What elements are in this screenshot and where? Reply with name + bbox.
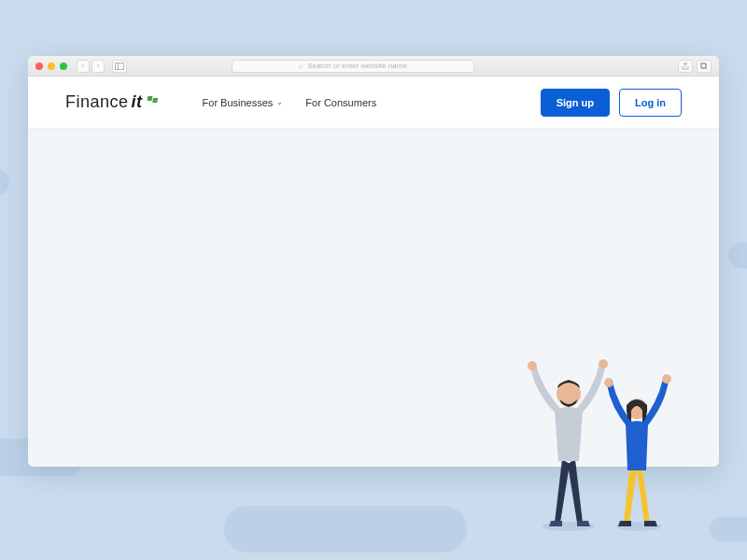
- address-bar-placeholder: Search or enter website name: [307, 62, 407, 70]
- chevron-down-icon: ⌄: [276, 98, 283, 106]
- back-button[interactable]: ‹: [77, 60, 90, 73]
- cloud-decoration: [710, 517, 747, 541]
- signup-button[interactable]: Sign up: [541, 89, 610, 117]
- logo-text-part1: Finance: [65, 92, 129, 112]
- nav-for-businesses[interactable]: For Businesses ⌄: [203, 97, 284, 108]
- minimize-window-button[interactable]: [48, 63, 55, 70]
- address-bar[interactable]: ⌕ Search or enter website name: [232, 60, 474, 73]
- tabs-button[interactable]: [697, 60, 712, 73]
- svg-point-6: [528, 361, 537, 371]
- people-illustration: [489, 329, 695, 534]
- share-button[interactable]: [678, 60, 693, 73]
- window-controls: [35, 63, 67, 70]
- sidebar-toggle-button[interactable]: [112, 60, 127, 73]
- logo[interactable]: Financeit: [65, 92, 158, 112]
- nav-label: For Consumers: [305, 97, 376, 108]
- svg-rect-0: [116, 63, 124, 69]
- cloud-decoration: [224, 506, 467, 553]
- nav-label: For Businesses: [203, 97, 274, 108]
- browser-chrome: ‹ › ⌕ Search or enter website name: [28, 56, 719, 77]
- forward-button[interactable]: ›: [92, 60, 105, 73]
- svg-point-7: [599, 359, 608, 369]
- cloud-decoration: [0, 168, 9, 196]
- svg-point-9: [604, 378, 613, 387]
- browser-right-controls: [678, 60, 712, 73]
- main-nav: For Businesses ⌄ For Consumers: [203, 97, 377, 108]
- logo-text-part2: it: [132, 92, 143, 112]
- header-actions: Sign up Log in: [541, 89, 682, 117]
- cloud-decoration: [728, 243, 747, 269]
- close-window-button[interactable]: [35, 63, 43, 70]
- svg-point-10: [662, 374, 671, 384]
- logo-mark-icon: [148, 96, 158, 101]
- site-header: Financeit For Businesses ⌄ For Consumers…: [28, 77, 719, 129]
- login-button[interactable]: Log in: [619, 89, 682, 117]
- search-icon: ⌕: [299, 62, 303, 70]
- maximize-window-button[interactable]: [60, 63, 67, 70]
- button-label: Sign up: [557, 97, 594, 108]
- button-label: Log in: [635, 97, 666, 108]
- nav-for-consumers[interactable]: For Consumers: [305, 97, 376, 108]
- nav-arrows: ‹ ›: [77, 60, 105, 73]
